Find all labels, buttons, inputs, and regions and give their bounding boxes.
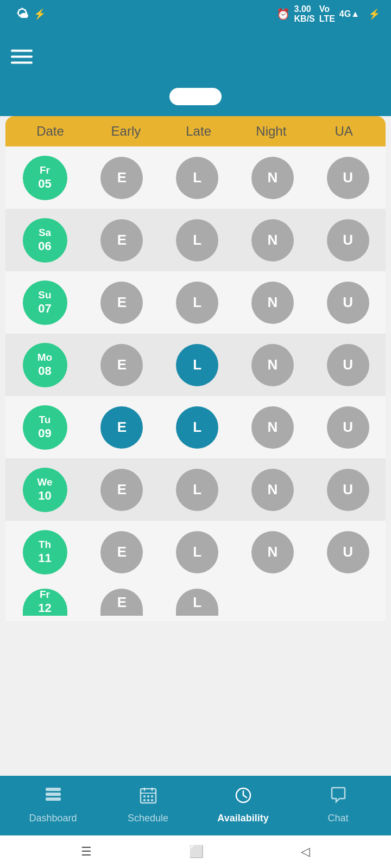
col-late: Late bbox=[162, 124, 235, 139]
early-circle[interactable]: E bbox=[100, 531, 143, 573]
nav-chat[interactable]: Chat bbox=[303, 786, 374, 824]
night-cell[interactable]: N bbox=[235, 463, 311, 516]
status-left: 🌤 ⚡ bbox=[11, 7, 46, 21]
early-circle[interactable]: E bbox=[100, 589, 143, 616]
late-circle[interactable]: L bbox=[176, 589, 218, 616]
ua-cell[interactable]: U bbox=[310, 214, 386, 267]
alarm-icon: ⏰ bbox=[276, 8, 290, 21]
ua-circle[interactable]: U bbox=[327, 282, 369, 324]
ua-cell[interactable]: U bbox=[310, 276, 386, 329]
early-cell[interactable]: E bbox=[84, 526, 160, 579]
ua-circle[interactable]: U bbox=[327, 406, 369, 449]
night-circle[interactable]: N bbox=[251, 344, 294, 386]
svg-rect-9 bbox=[151, 795, 153, 797]
nav-dashboard[interactable]: Dashboard bbox=[18, 786, 89, 824]
late-circle[interactable]: L bbox=[176, 282, 218, 324]
late-circle[interactable]: L bbox=[176, 157, 218, 199]
sys-back-icon[interactable]: ◁ bbox=[301, 845, 310, 859]
usb-icon: ⚡ bbox=[34, 8, 46, 20]
cloud-icon: 🌤 bbox=[16, 7, 28, 21]
night-cell[interactable]: N bbox=[235, 401, 311, 454]
ua-cell[interactable]: U bbox=[310, 463, 386, 516]
night-cell[interactable]: N bbox=[235, 339, 311, 392]
early-cell[interactable]: E bbox=[84, 214, 160, 267]
night-circle[interactable]: N bbox=[251, 157, 294, 199]
table-row: Sa 06 E L N U bbox=[5, 209, 386, 271]
ua-circle[interactable]: U bbox=[327, 531, 369, 573]
night-circle[interactable]: N bbox=[251, 469, 294, 511]
date-badge: Fr 12 bbox=[23, 589, 67, 616]
late-cell[interactable]: L bbox=[160, 583, 235, 621]
late-cell[interactable]: L bbox=[160, 339, 235, 392]
menu-button[interactable] bbox=[11, 49, 33, 63]
date-num: 10 bbox=[38, 489, 51, 503]
charging-icon: ⚡ bbox=[368, 8, 380, 20]
early-cell[interactable]: E bbox=[84, 276, 160, 329]
nav-schedule[interactable]: Schedule bbox=[113, 786, 184, 824]
late-circle[interactable]: L bbox=[176, 469, 218, 511]
day-label: Mo bbox=[37, 352, 52, 364]
early-circle[interactable]: E bbox=[100, 469, 143, 511]
late-cell[interactable]: L bbox=[160, 214, 235, 267]
night-cell[interactable] bbox=[235, 597, 311, 608]
ua-cell[interactable]: U bbox=[310, 526, 386, 579]
early-cell[interactable]: E bbox=[84, 583, 160, 621]
late-cell[interactable]: L bbox=[160, 526, 235, 579]
late-cell[interactable]: L bbox=[160, 463, 235, 516]
table-row: Mo 08 E L N U bbox=[5, 334, 386, 396]
nav-dashboard-label: Dashboard bbox=[29, 813, 77, 824]
early-circle[interactable]: E bbox=[100, 282, 143, 324]
night-circle[interactable]: N bbox=[251, 406, 294, 449]
table-row: Tu 09 E L N U bbox=[5, 396, 386, 458]
day-label: Tu bbox=[39, 414, 51, 426]
night-cell[interactable]: N bbox=[235, 214, 311, 267]
month-selector-button[interactable] bbox=[169, 88, 222, 105]
ua-cell[interactable]: U bbox=[310, 151, 386, 205]
table-header: Date Early Late Night UA bbox=[5, 116, 386, 146]
late-circle[interactable]: L bbox=[176, 219, 218, 261]
nav-chat-label: Chat bbox=[327, 813, 348, 824]
night-circle[interactable]: N bbox=[251, 282, 294, 324]
ua-circle[interactable]: U bbox=[327, 219, 369, 261]
ua-cell[interactable] bbox=[310, 597, 386, 608]
month-selector-container bbox=[0, 88, 391, 116]
col-ua: UA bbox=[307, 124, 380, 139]
late-cell[interactable]: L bbox=[160, 401, 235, 454]
bottom-nav: Dashboard Schedule bbox=[0, 776, 391, 835]
nav-availability[interactable]: Availability bbox=[208, 786, 279, 824]
table-row: We 10 E L N U bbox=[5, 458, 386, 521]
sys-home-icon[interactable]: ⬜ bbox=[189, 845, 204, 859]
late-cell[interactable]: L bbox=[160, 276, 235, 329]
date-badge: We 10 bbox=[23, 468, 67, 512]
night-cell[interactable]: N bbox=[235, 276, 311, 329]
early-circle[interactable]: E bbox=[100, 219, 143, 261]
signal-icon: VoLTE bbox=[319, 4, 335, 24]
date-num: 11 bbox=[38, 551, 51, 565]
date-cell: Fr 12 bbox=[5, 583, 84, 621]
ua-cell[interactable]: U bbox=[310, 401, 386, 454]
night-circle[interactable]: N bbox=[251, 531, 294, 573]
ua-circle[interactable]: U bbox=[327, 157, 369, 199]
late-circle[interactable]: L bbox=[176, 344, 218, 386]
late-circle[interactable]: L bbox=[176, 406, 218, 449]
date-badge: Sa 06 bbox=[23, 218, 67, 263]
date-num: 09 bbox=[38, 426, 51, 441]
svg-rect-8 bbox=[147, 795, 149, 797]
sys-menu-icon[interactable]: ☰ bbox=[81, 845, 92, 859]
late-cell[interactable]: L bbox=[160, 151, 235, 205]
early-cell[interactable]: E bbox=[84, 339, 160, 392]
early-cell[interactable]: E bbox=[84, 401, 160, 454]
early-cell[interactable]: E bbox=[84, 151, 160, 205]
ua-circle[interactable]: U bbox=[327, 469, 369, 511]
ua-circle[interactable]: U bbox=[327, 344, 369, 386]
date-badge: Tu 09 bbox=[23, 405, 67, 450]
night-cell[interactable]: N bbox=[235, 151, 311, 205]
early-circle[interactable]: E bbox=[100, 406, 143, 449]
night-cell[interactable]: N bbox=[235, 526, 311, 579]
ua-cell[interactable]: U bbox=[310, 339, 386, 392]
night-circle[interactable]: N bbox=[251, 219, 294, 261]
late-circle[interactable]: L bbox=[176, 531, 218, 573]
early-cell[interactable]: E bbox=[84, 463, 160, 516]
early-circle[interactable]: E bbox=[100, 344, 143, 386]
early-circle[interactable]: E bbox=[100, 157, 143, 199]
